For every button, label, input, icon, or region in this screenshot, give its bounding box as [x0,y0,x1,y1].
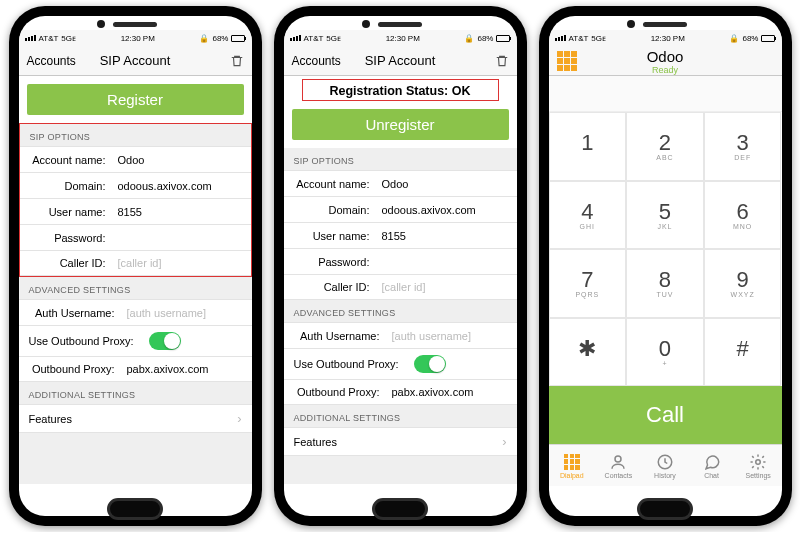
dialer-header: Odoo Ready [549,46,782,76]
contacts-icon [609,453,627,471]
registration-status: Registration Status: OK [302,79,499,101]
status-bar: AT&T5Gᴇ 12:30 PM 🔒68% [284,30,517,46]
section-additional: ADDITIONAL SETTINGS [19,382,252,404]
key-4[interactable]: 4GHI [549,181,627,250]
row-password[interactable]: Password: [284,248,517,274]
tab-contacts[interactable]: Contacts [595,445,642,486]
row-password[interactable]: Password: [20,224,251,250]
account-name: Odoo [647,48,684,65]
number-display [549,76,782,112]
account-status: Ready [647,65,684,75]
svg-point-0 [615,456,621,462]
history-icon [656,453,674,471]
battery-icon [761,35,775,42]
phone-frame-3: AT&T5Gᴇ 12:30 PM 🔒68% Odoo Ready 12ABC3D… [539,6,792,526]
lock-icon: 🔒 [729,34,739,43]
row-use-outbound-proxy: Use Outbound Proxy: [284,348,517,379]
dialpad: 12ABC3DEF4GHI5JKL6MNO7PQRS8TUV9WXYZ✱0+# [549,112,782,386]
section-additional: ADDITIONAL SETTINGS [284,405,517,427]
network-text: 5Gᴇ [61,34,76,43]
lock-icon: 🔒 [464,34,474,43]
row-use-outbound-proxy: Use Outbound Proxy: [19,325,252,356]
home-button[interactable] [372,498,428,520]
chevron-right-icon: › [237,411,241,426]
section-advanced: ADVANCED SETTINGS [284,300,517,322]
call-button[interactable]: Call [549,386,782,444]
gear-icon [749,453,767,471]
row-auth-username[interactable]: Auth Username:[auth username] [284,322,517,348]
row-outbound-proxy[interactable]: Outbound Proxy:pabx.axivox.com [19,356,252,382]
section-advanced: ADVANCED SETTINGS [19,277,252,299]
key-6[interactable]: 6MNO [704,181,782,250]
key-#[interactable]: # [704,318,782,387]
tab-settings[interactable]: Settings [735,445,782,486]
key-9[interactable]: 9WXYZ [704,249,782,318]
key-7[interactable]: 7PQRS [549,249,627,318]
row-domain[interactable]: Domain:odoous.axivox.com [284,196,517,222]
back-button[interactable]: Accounts [292,54,341,68]
register-button[interactable]: Register [27,84,244,115]
chevron-right-icon: › [502,434,506,449]
trash-icon[interactable] [495,54,509,68]
row-domain[interactable]: Domain:odoous.axivox.com [20,172,251,198]
nav-bar: Accounts SIP Account [284,46,517,76]
row-account-name[interactable]: Account name:Odoo [284,170,517,196]
tab-history[interactable]: History [642,445,689,486]
outbound-proxy-toggle[interactable] [149,332,181,350]
row-caller-id[interactable]: Caller ID:[caller id] [20,250,251,276]
home-button[interactable] [637,498,693,520]
svg-point-2 [756,459,761,464]
battery-icon [496,35,510,42]
key-8[interactable]: 8TUV [626,249,704,318]
key-3[interactable]: 3DEF [704,112,782,181]
row-outbound-proxy[interactable]: Outbound Proxy:pabx.axivox.com [284,379,517,405]
home-button[interactable] [107,498,163,520]
row-features[interactable]: Features› [19,404,252,433]
screen-title: SIP Account [365,53,436,68]
tab-bar: Dialpad Contacts History Chat Settings [549,444,782,486]
row-auth-username[interactable]: Auth Username:[auth username] [19,299,252,325]
key-0[interactable]: 0+ [626,318,704,387]
carrier-text: AT&T [39,34,59,43]
tab-chat[interactable]: Chat [688,445,735,486]
row-username[interactable]: User name:8155 [284,222,517,248]
battery-icon [231,35,245,42]
tab-dialpad[interactable]: Dialpad [549,445,596,486]
trash-icon[interactable] [230,54,244,68]
section-sip-options: SIP OPTIONS [284,148,517,170]
battery-pct: 68% [212,34,228,43]
unregister-button[interactable]: Unregister [292,109,509,140]
section-sip-options: SIP OPTIONS [20,124,251,146]
phone-frame-1: AT&T5Gᴇ 12:30 PM 🔒68% Accounts SIP Accou… [9,6,262,526]
row-caller-id[interactable]: Caller ID:[caller id] [284,274,517,300]
row-account-name[interactable]: Account name:Odoo [20,146,251,172]
outbound-proxy-toggle[interactable] [414,355,446,373]
status-bar: AT&T5Gᴇ 12:30 PM 🔒68% [19,30,252,46]
key-1[interactable]: 1 [549,112,627,181]
phone-frame-2: AT&T5Gᴇ 12:30 PM 🔒68% Accounts SIP Accou… [274,6,527,526]
chat-icon [703,453,721,471]
key-✱[interactable]: ✱ [549,318,627,387]
back-button[interactable]: Accounts [27,54,76,68]
key-5[interactable]: 5JKL [626,181,704,250]
nav-bar: Accounts SIP Account [19,46,252,76]
key-2[interactable]: 2ABC [626,112,704,181]
row-features[interactable]: Features› [284,427,517,456]
row-username[interactable]: User name:8155 [20,198,251,224]
lock-icon: 🔒 [199,34,209,43]
qr-icon[interactable] [557,51,577,71]
status-time: 12:30 PM [121,34,155,43]
screen-title: SIP Account [100,53,171,68]
